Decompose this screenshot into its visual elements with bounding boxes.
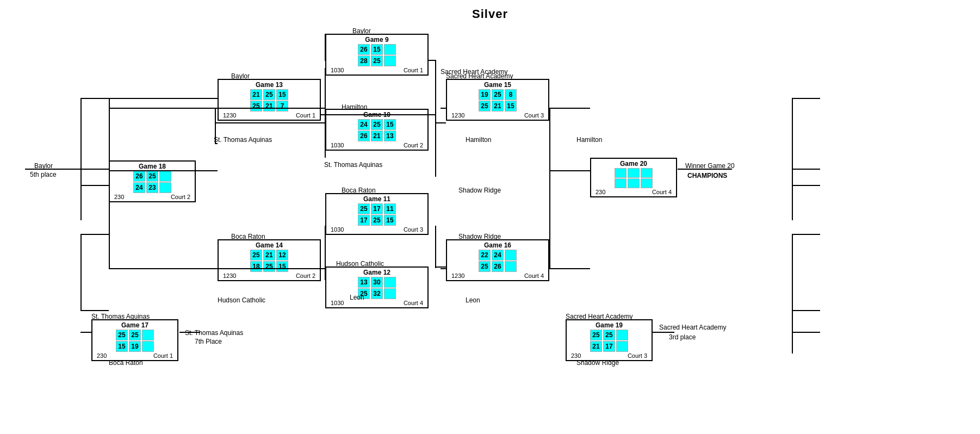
g20-r1c2	[628, 168, 640, 178]
page-title: Silver	[0, 3, 980, 21]
g19-bottom-team: Shadow Ridge	[576, 359, 619, 367]
g10-r2c1: 26	[358, 131, 370, 141]
game-19-label: Game 19	[569, 321, 649, 329]
g12-bottom-team: Leon	[350, 294, 364, 301]
g15-r1c2: 25	[492, 89, 504, 100]
game-20-box: Game 20 230Court 4	[590, 158, 677, 197]
g17-r2c2: 19	[129, 341, 141, 352]
game-20-label: Game 20	[593, 160, 674, 168]
g20-champions-label: CHAMPIONS	[687, 172, 727, 179]
g19-r2c2: 17	[603, 341, 615, 352]
g17-r1c3	[142, 330, 154, 340]
g11-r2c3: 15	[384, 215, 396, 226]
g15-r2c1: 25	[479, 101, 491, 111]
game-15-box: Game 15 19 25 8 25 21 15 1230Court 3	[446, 79, 549, 121]
g10-r2c3: 13	[384, 131, 396, 141]
g18-footer: 230Court 2	[112, 194, 193, 200]
g19-winner-label: Sacred Heart Academy	[659, 324, 726, 331]
g19-footer: 230Court 3	[569, 352, 649, 359]
game-19-box: Game 19 25 25 21 17 230Court 3	[566, 319, 653, 361]
g11-r2c1: 17	[358, 215, 370, 226]
g9-r2c3	[384, 55, 396, 66]
g9-r1c3	[384, 44, 396, 55]
g17-r2c1: 15	[116, 341, 128, 352]
g14-footer: 1230Court 2	[221, 272, 318, 279]
g16-footer: 1230Court 4	[449, 272, 546, 279]
g14-r1c2: 21	[263, 250, 275, 261]
g17-top-team: St. Thomas Aquinas	[91, 313, 150, 320]
g18-r1c1: 26	[133, 171, 145, 182]
g15-r2c3: 15	[505, 101, 517, 111]
g9-r1c1: 26	[358, 44, 370, 55]
game-18-box: Game 18 26 25 24 23 230Court 2	[109, 160, 196, 202]
g14-bottom-team: Hudson Catholic	[218, 296, 265, 304]
g11-footer: 1030Court 3	[328, 226, 425, 233]
g19-r1c2: 25	[603, 330, 615, 340]
g10-r1c1: 24	[358, 119, 370, 130]
g10-r1c2: 25	[371, 119, 383, 130]
g19-r1c1: 25	[590, 330, 602, 340]
g11-r2c2: 25	[371, 215, 383, 226]
g13-r1c2: 25	[263, 89, 275, 100]
g12-r1c1: 13	[358, 277, 370, 288]
g12-r1c3	[384, 277, 396, 288]
g10-bottom-team-label: St. Thomas Aquinas	[324, 161, 382, 169]
g13-r1c3: 15	[276, 89, 288, 100]
game-9-box: Game 9 26 15 28 25 1030Court 1	[325, 34, 429, 76]
g13-r2c2: 21	[263, 101, 275, 111]
g9-r1c2: 15	[371, 44, 383, 55]
g13-r2c3: 7	[276, 101, 288, 111]
g16-r2c3	[505, 261, 517, 272]
g19-3rdplace: 3rd place	[669, 333, 696, 341]
g17-r2c3	[142, 341, 154, 352]
g10-footer: 1030Court 2	[328, 142, 425, 148]
g11-top-team: Boca Raton	[342, 187, 376, 194]
g11-shadow-ridge: Shadow Ridge	[458, 187, 501, 194]
g17-footer: 230Court 1	[95, 352, 175, 359]
g14-r2c1: 18	[250, 261, 262, 272]
g12-r1c2: 30	[371, 277, 383, 288]
g10-r1c3: 15	[384, 119, 396, 130]
g16-r1c3	[505, 250, 517, 261]
g17-place-label: St. Thomas Aquinas	[185, 329, 243, 337]
g18-r1c2: 25	[146, 171, 158, 182]
g11-r1c2: 17	[371, 203, 383, 214]
g9-sha-label: Sacred Heart Academy	[441, 68, 507, 76]
g16-r1c2: 24	[492, 250, 504, 261]
g12-footer: 1030Court 4	[328, 300, 425, 306]
g19-r2c3	[616, 341, 628, 352]
g19-top-team: Sacred Heart Academy	[566, 313, 632, 320]
g11-r1c1: 25	[358, 203, 370, 214]
game-14-box: Game 14 25 21 12 18 25 15 1230Court 2	[218, 239, 321, 281]
game-17-box: Game 17 25 25 15 19 230Court 1	[91, 319, 178, 361]
g10-top-team: Hamilton	[342, 103, 367, 111]
game-16-label: Game 16	[449, 241, 546, 249]
g17-bottom-team: Boca Raton	[109, 359, 143, 367]
g10-r2c2: 21	[371, 131, 383, 141]
g18-r2c3	[159, 182, 171, 193]
g18-place: 5th place	[30, 171, 57, 178]
g13-r2c1: 25	[250, 101, 262, 111]
g12-r2c3	[384, 288, 396, 299]
tournament-bracket: Silver Game 9 26 15 28 25 1030Court 1 Ba…	[0, 0, 980, 434]
g16-r1c1: 22	[479, 250, 491, 261]
g15-hamilton-below: Hamilton	[576, 136, 602, 144]
g15-r1c1: 19	[479, 89, 491, 100]
g15-bottom-team: Hamilton	[466, 136, 491, 144]
g14-r2c2: 25	[263, 261, 275, 272]
g19-r2c1: 21	[590, 341, 602, 352]
g14-top-team: Boca Raton	[231, 233, 265, 240]
g9-r2c1: 28	[358, 55, 370, 66]
game-11-box: Game 11 25 17 11 17 25 15 1030Court 3	[325, 193, 429, 235]
g15-r1c3: 8	[505, 89, 517, 100]
game-15-label: Game 15	[449, 81, 546, 89]
game-17-label: Game 17	[95, 321, 175, 329]
g20-r2c3	[641, 178, 653, 188]
g12-r2c2: 32	[371, 288, 383, 299]
game-13-label: Game 13	[221, 81, 318, 89]
game-18-label: Game 18	[112, 163, 193, 170]
g11-r1c3: 11	[384, 203, 396, 214]
g14-r1c1: 25	[250, 250, 262, 261]
g14-r1c3: 12	[276, 250, 288, 261]
game-9-label: Game 9	[328, 36, 425, 44]
